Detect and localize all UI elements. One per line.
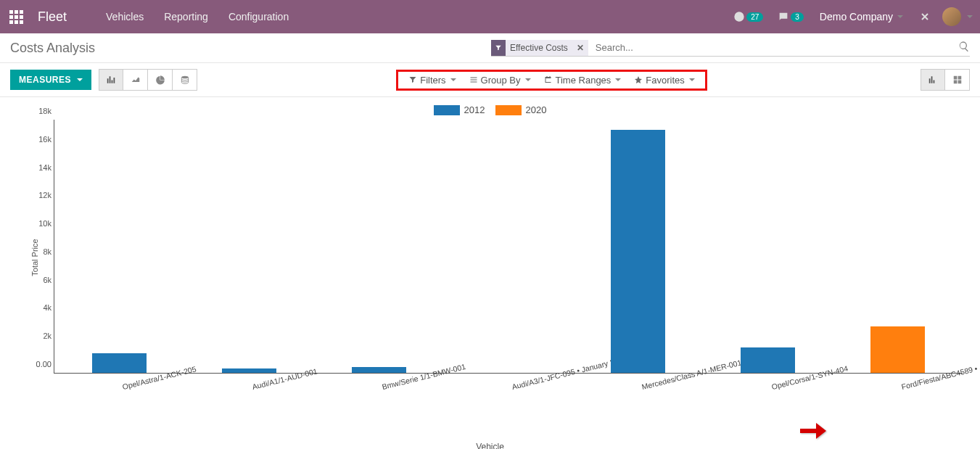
category: Audi/A3/1-JFC-095 • January 2020 xyxy=(444,120,574,373)
bars: Opel/Astra/1-ACK-205Audi/A1/1-AUD-001Bmw… xyxy=(54,120,963,373)
y-tick: 6k xyxy=(27,276,52,284)
bar[interactable] xyxy=(611,130,665,373)
list-icon xyxy=(469,75,478,84)
line-chart-icon xyxy=(131,75,141,85)
bar-chart-button[interactable] xyxy=(99,69,123,91)
y-tick: 14k xyxy=(27,163,52,172)
measures-button[interactable]: MEASURES xyxy=(10,70,91,90)
search-area: Effective Costs ✕ xyxy=(491,39,970,57)
stack-chart-button[interactable] xyxy=(173,69,197,91)
grid-icon xyxy=(952,75,963,85)
search-icon[interactable] xyxy=(958,41,970,54)
y-tick: 12k xyxy=(27,191,52,199)
nav-vehicles[interactable]: Vehicles xyxy=(106,11,144,22)
stack-icon xyxy=(180,75,190,85)
y-tick: 10k xyxy=(27,219,52,228)
chart: Total Price Opel/Astra/1-ACK-205Audi/A1/… xyxy=(46,120,963,395)
star-icon xyxy=(634,75,643,84)
activity-button[interactable]: 27 xyxy=(733,11,763,22)
pie-chart-button[interactable] xyxy=(148,69,173,91)
company-switcher[interactable]: Demo Company xyxy=(820,11,903,22)
chat-icon xyxy=(778,11,789,22)
chart-container: 20122020 Total Price Opel/Astra/1-ACK-20… xyxy=(0,97,980,449)
avatar[interactable] xyxy=(942,7,961,26)
annotation-arrow xyxy=(799,421,828,443)
subheader: Costs Analysis Effective Costs ✕ xyxy=(0,33,980,63)
y-tick: 16k xyxy=(27,135,52,144)
y-tick: 2k xyxy=(27,331,52,340)
bar-chart-icon xyxy=(928,75,938,85)
apps-icon[interactable] xyxy=(7,8,25,25)
chart-type-group xyxy=(99,69,197,91)
chevron-down-icon xyxy=(897,15,903,18)
category: Bmw/Serie 1/1-BMW-001 xyxy=(314,120,444,373)
activity-count: 27 xyxy=(746,12,763,22)
category: Mercedes/Class A/1-MER-001 xyxy=(573,120,703,373)
nav-configuration[interactable]: Configuration xyxy=(228,11,289,22)
timeranges-dropdown[interactable]: Time Ranges xyxy=(544,75,622,86)
graph-view-button[interactable] xyxy=(921,69,945,91)
chevron-down-icon xyxy=(77,78,83,81)
y-tick: 18k xyxy=(27,107,52,115)
company-name: Demo Company xyxy=(820,11,893,22)
y-tick: 4k xyxy=(27,303,52,312)
category: Opel/Astra/1-ACK-205 xyxy=(54,120,184,373)
category: Ford/Fiesta/ABC4589 • June 2020 xyxy=(833,120,963,373)
user-menu-caret[interactable] xyxy=(967,15,973,18)
discuss-button[interactable]: 3 xyxy=(778,11,804,22)
page-title: Costs Analysis xyxy=(10,41,95,56)
clock-icon xyxy=(733,11,745,22)
facet-remove[interactable]: ✕ xyxy=(572,43,588,53)
chevron-down-icon xyxy=(689,78,695,81)
pivot-view-button[interactable] xyxy=(945,69,970,91)
topbar: Fleet Vehicles Reporting Configuration 2… xyxy=(0,0,980,33)
favorites-dropdown[interactable]: Favorites xyxy=(634,75,694,86)
control-panel-highlight: Filters Group By Time Ranges Favorites xyxy=(396,70,707,91)
svg-point-0 xyxy=(181,76,188,79)
y-tick: 8k xyxy=(27,247,52,256)
y-tick: 0.00 xyxy=(27,360,52,368)
legend-item[interactable]: 2020 xyxy=(495,104,547,115)
close-icon[interactable] xyxy=(919,11,931,22)
legend-item[interactable]: 2012 xyxy=(434,104,485,115)
facet-label: Effective Costs xyxy=(506,43,572,53)
groupby-dropdown[interactable]: Group By xyxy=(469,75,531,86)
pie-chart-icon xyxy=(155,75,165,85)
chat-count: 3 xyxy=(791,12,804,22)
chevron-down-icon xyxy=(525,78,531,81)
search-input[interactable] xyxy=(593,39,952,56)
filters-dropdown[interactable]: Filters xyxy=(408,75,456,86)
chart-legend: 20122020 xyxy=(10,104,970,115)
toolbar: MEASURES Filters Group By Time Range xyxy=(0,63,980,97)
filter-icon xyxy=(408,75,417,84)
line-chart-button[interactable] xyxy=(123,69,148,91)
calendar-icon xyxy=(544,75,553,84)
y-axis-label: Total Price xyxy=(30,239,39,276)
category: Opel/Corsa/1-SYN-404 xyxy=(703,120,833,373)
plot-area: Opel/Astra/1-ACK-205Audi/A1/1-AUD-001Bmw… xyxy=(54,120,963,374)
bar[interactable] xyxy=(870,326,925,373)
nav-reporting[interactable]: Reporting xyxy=(164,11,208,22)
bar-chart-icon xyxy=(106,75,116,85)
view-switcher xyxy=(921,69,970,91)
brand[interactable]: Fleet xyxy=(38,9,67,25)
chevron-down-icon xyxy=(615,78,621,81)
category: Audi/A1/1-AUD-001 xyxy=(184,120,314,373)
chevron-down-icon xyxy=(450,78,456,81)
search-facet: Effective Costs ✕ xyxy=(491,40,588,56)
filter-icon xyxy=(491,40,506,56)
